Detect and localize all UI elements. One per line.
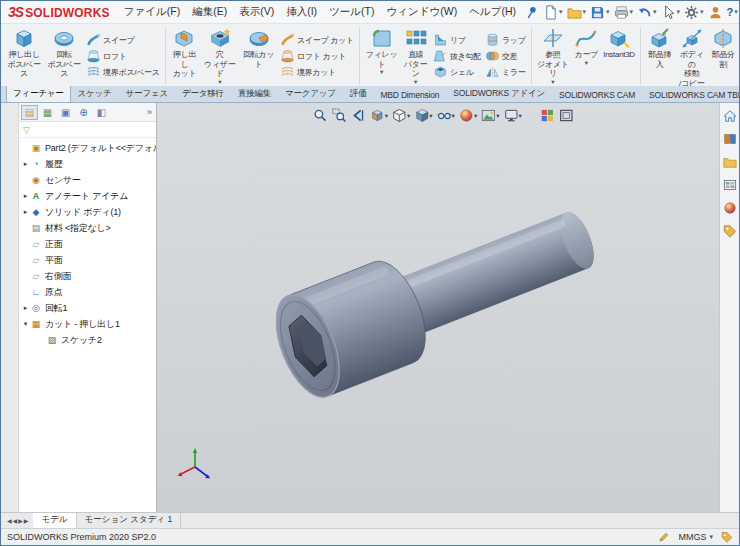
tree-expand-arrow[interactable]: ▸ <box>21 192 30 200</box>
help-icon[interactable]: ? ▾ <box>725 5 740 19</box>
open-icon[interactable]: ▾ <box>565 4 589 21</box>
edit-appearance-icon[interactable]: ▾ <box>458 107 478 124</box>
print-icon[interactable]: ▾ <box>612 4 636 21</box>
custom-properties-icon[interactable] <box>723 224 737 240</box>
tab-surfaces[interactable]: サーフェス <box>119 86 175 102</box>
wrap-button[interactable]: ラップ <box>483 32 528 48</box>
select-icon[interactable]: ▾ <box>659 4 683 21</box>
graphics-area[interactable]: ▾ ▾ ▾ ▾ <box>157 103 719 512</box>
apply-scene-icon[interactable]: ▾ <box>480 107 500 124</box>
menu-edit[interactable]: 編集(E) <box>186 2 233 22</box>
chevron-down-icon[interactable]: ▾ <box>606 8 610 16</box>
lofted-cut-button[interactable]: ロフト カット <box>278 48 356 64</box>
chevron-down-icon[interactable]: ▾ <box>630 8 634 16</box>
menu-file[interactable]: ファイル(F) <box>118 2 186 22</box>
tree-item-part[interactable]: ▣ Part2 (デフォルト<<デフォルト>_表示状態 1> <box>19 140 156 156</box>
tree-item-origin[interactable]: ∟ 原点 <box>19 284 156 300</box>
chevron-down-icon[interactable]: ▾ <box>518 112 521 120</box>
fillet-button[interactable]: フィレット▾ <box>363 26 400 86</box>
menu-help[interactable]: ヘルプ(H) <box>463 2 522 22</box>
tab-features[interactable]: フィーチャー <box>6 86 71 102</box>
chevron-down-icon[interactable]: ▾ <box>551 79 554 85</box>
tab-evaluate[interactable]: 評価 <box>343 86 374 102</box>
rib-button[interactable]: リブ <box>431 32 483 48</box>
shell-button[interactable]: シェル <box>431 64 483 80</box>
reference-geometry-button[interactable]: 参照 ジオメトリ▾ <box>535 26 572 86</box>
new-document-icon[interactable]: ▾ <box>541 4 565 21</box>
chevron-down-icon[interactable]: ▾ <box>734 8 738 16</box>
file-explorer-icon[interactable] <box>723 155 737 171</box>
pin-icon[interactable]: ▾ <box>522 4 541 21</box>
tree-expand-arrow[interactable]: ▸ <box>21 160 30 168</box>
tab-solidworks-addins[interactable]: SOLIDWORKS アドイン <box>446 86 552 102</box>
tree-item-cut-extrude1[interactable]: ▾ ▦ カット - 押し出し1 <box>19 316 156 332</box>
tree-item-history[interactable]: ▸ ◔ 履歴 <box>19 156 156 172</box>
menu-tools[interactable]: ツール(T) <box>323 2 380 22</box>
instant3d-button[interactable]: Instant3D <box>601 26 637 86</box>
tree-expand-arrow[interactable]: ▸ <box>21 304 30 312</box>
filter-funnel-icon[interactable]: ▽ <box>23 125 30 135</box>
chevron-down-icon[interactable]: ▾ <box>559 8 563 16</box>
chevron-down-icon[interactable]: ▾ <box>218 79 221 85</box>
view-settings-icon[interactable]: ▾ <box>502 107 522 124</box>
chevron-down-icon[interactable]: ▾ <box>496 112 499 120</box>
manager-overflow-chevron-icon[interactable]: » <box>147 107 154 117</box>
chevron-down-icon[interactable]: ▾ <box>677 8 681 16</box>
configurationmanager-tab-icon[interactable]: ▣ <box>57 105 74 120</box>
view-palette-icon[interactable] <box>723 178 737 194</box>
swept-cut-button[interactable]: スイープ カット <box>278 32 356 48</box>
tab-markup[interactable]: マークアップ <box>278 86 343 102</box>
hide-show-items-icon[interactable]: ▾ <box>436 107 456 124</box>
tab-sketch[interactable]: スケッチ <box>71 86 119 102</box>
curves-button[interactable]: カーブ▾ <box>571 26 601 86</box>
revolved-cut-button[interactable]: 回転カット <box>239 26 278 86</box>
extruded-boss-button[interactable]: 押し出し ボス/ベース <box>4 26 44 86</box>
tree-item-sensors[interactable]: ◉ センサー <box>19 172 156 188</box>
chevron-down-icon[interactable]: ▾ <box>700 8 704 16</box>
chevron-down-icon[interactable]: ▾ <box>407 112 410 120</box>
displaymanager-tab-icon[interactable]: ◧ <box>93 105 110 120</box>
intersect-button[interactable]: 交差 <box>483 48 528 64</box>
tab-mbd-dimension[interactable]: MBD Dimension <box>373 87 446 102</box>
chevron-down-icon[interactable]: ▾ <box>414 79 417 85</box>
tab-scroll-arrows[interactable]: ◀◀▶▶ <box>3 517 33 524</box>
insert-part-button[interactable]: 部品挿入 <box>644 26 676 86</box>
user-icon[interactable]: ▾ <box>706 4 725 21</box>
tree-item-top-plane[interactable]: ▱ 平面 <box>19 252 156 268</box>
linear-pattern-button[interactable]: 直線 パターン▾ <box>400 26 431 86</box>
model-socket-head-cap-screw[interactable] <box>157 103 719 512</box>
tags-icon[interactable] <box>721 531 733 543</box>
design-library-icon[interactable] <box>723 132 737 148</box>
tab-direct-editing[interactable]: 直接編集 <box>231 86 278 102</box>
draft-button[interactable]: 抜き勾配 <box>431 48 483 64</box>
previous-view-icon[interactable]: ▾ <box>350 107 367 124</box>
tree-item-right-plane[interactable]: ▱ 右側面 <box>19 268 156 284</box>
color-swatch-icon[interactable]: ▾ <box>539 107 556 124</box>
chevron-down-icon[interactable]: ▾ <box>709 533 713 541</box>
split-part-button[interactable]: 部品分 割 <box>708 26 738 86</box>
tree-item-revolve1[interactable]: ▸ ◎ 回転1 <box>19 300 156 316</box>
frame-icon[interactable]: ▾ <box>558 107 575 124</box>
boundary-cut-button[interactable]: 境界カット <box>278 64 356 80</box>
lofted-boss-button[interactable]: ロフト <box>84 48 162 64</box>
tab-data-migration[interactable]: データ移行 <box>175 86 231 102</box>
menu-insert[interactable]: 挿入(I) <box>280 2 323 22</box>
chevron-down-icon[interactable]: ▾ <box>429 112 432 120</box>
tree-item-sketch2[interactable]: ▨ スケッチ2 <box>19 332 156 348</box>
model-tab[interactable]: モデル <box>33 513 76 528</box>
chevron-down-icon[interactable]: ▾ <box>653 8 657 16</box>
chevron-down-icon[interactable]: ▾ <box>385 112 388 120</box>
revolved-boss-button[interactable]: 回転 ボス/ベース <box>44 26 84 86</box>
tree-item-solid-bodies[interactable]: ▸ ◆ ソリッド ボディ(1) <box>19 204 156 220</box>
display-style-icon[interactable]: ▾ <box>413 107 433 124</box>
chevron-down-icon[interactable]: ▾ <box>585 60 588 66</box>
propertymanager-tab-icon[interactable]: ▦ <box>39 105 56 120</box>
tree-item-material[interactable]: ▤ 材料 <指定なし> <box>19 220 156 236</box>
chevron-down-icon[interactable]: ▾ <box>583 8 587 16</box>
zoom-to-fit-icon[interactable]: ▾ <box>312 107 329 124</box>
section-view-icon[interactable]: ▾ <box>369 107 389 124</box>
tree-expand-arrow[interactable]: ▾ <box>21 320 30 328</box>
view-orientation-icon[interactable]: ▾ <box>391 107 411 124</box>
options-icon[interactable]: ▾ <box>682 4 706 21</box>
swept-boss-button[interactable]: スイープ <box>84 32 162 48</box>
